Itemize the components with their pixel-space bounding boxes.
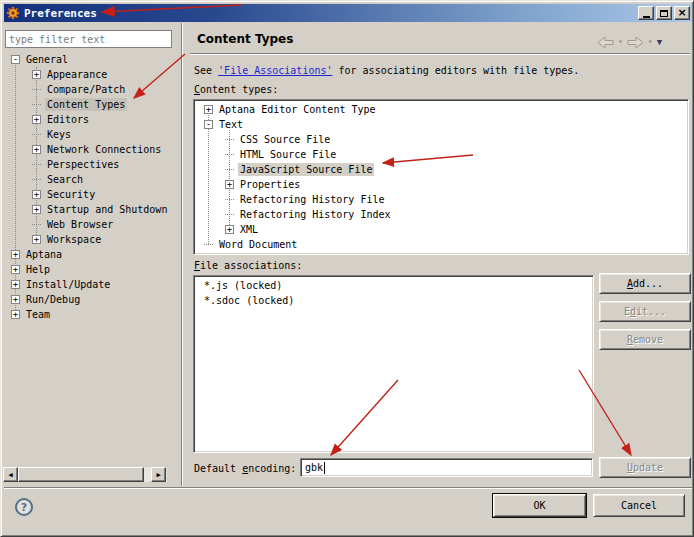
preference-nav-bar: ▾ ▾ ▼: [597, 34, 685, 50]
sidebar-tree-item[interactable]: + Install/Update: [3, 277, 179, 292]
add-button[interactable]: Add...: [599, 273, 691, 294]
default-encoding-label: Default encoding:: [194, 463, 296, 474]
cancel-button[interactable]: Cancel: [593, 494, 685, 517]
back-icon[interactable]: [597, 36, 614, 49]
sidebar-tree-item[interactable]: + Appearance: [3, 67, 179, 82]
sidebar-tree-item[interactable]: + Run/Debug: [3, 292, 179, 307]
expand-toggle-icon[interactable]: +: [32, 235, 41, 244]
sidebar-horizontal-scrollbar[interactable]: ◀ ▶: [3, 467, 167, 482]
ok-button[interactable]: OK: [493, 494, 586, 517]
scroll-right-button[interactable]: ▶: [151, 467, 166, 482]
help-button[interactable]: ?: [15, 498, 33, 516]
update-button[interactable]: Update: [599, 457, 691, 478]
expand-toggle-icon[interactable]: +: [11, 310, 20, 319]
edit-button[interactable]: Edit...: [599, 301, 691, 322]
sidebar-tree-item[interactable]: + Editors: [3, 112, 179, 127]
default-encoding-input[interactable]: gbk: [300, 458, 593, 477]
sidebar-tree-item[interactable]: Compare/Patch: [3, 82, 179, 97]
forward-menu-chevron-icon[interactable]: ▾: [648, 38, 653, 46]
sidebar-tree-item-label: Editors: [45, 113, 91, 126]
expand-toggle-icon[interactable]: +: [11, 250, 20, 259]
sidebar-tree-item[interactable]: Keys: [3, 127, 179, 142]
expand-toggle-icon[interactable]: [32, 179, 41, 180]
file-association-item[interactable]: *.sdoc (locked): [196, 293, 591, 308]
content-type-item[interactable]: + Properties: [196, 177, 686, 192]
content-types-tree-box[interactable]: + Aptana Editor Content Type - Text CSS …: [193, 99, 689, 255]
expand-toggle-icon[interactable]: [204, 244, 213, 245]
content-type-item[interactable]: Refactoring History Index: [196, 207, 686, 222]
sidebar-tree-item[interactable]: - General: [3, 52, 179, 67]
back-menu-chevron-icon[interactable]: ▾: [618, 38, 623, 46]
sidebar-tree-item-label: Content Types: [45, 98, 127, 111]
expand-toggle-icon[interactable]: +: [32, 145, 41, 154]
sidebar-tree-item-label: Startup and Shutdown: [45, 203, 169, 216]
content-type-item-label: Refactoring History File: [238, 193, 387, 206]
expand-toggle-icon[interactable]: [32, 134, 41, 135]
content-type-item[interactable]: Refactoring History File: [196, 192, 686, 207]
encoding-value: gbk: [305, 462, 323, 473]
sidebar-tree-item[interactable]: Perspectives: [3, 157, 179, 172]
expand-toggle-icon[interactable]: +: [32, 115, 41, 124]
expand-toggle-icon[interactable]: [225, 214, 234, 215]
expand-toggle-icon[interactable]: [225, 154, 234, 155]
expand-toggle-icon[interactable]: [32, 164, 41, 165]
scroll-left-button[interactable]: ◀: [3, 467, 18, 482]
forward-icon[interactable]: [627, 36, 644, 49]
sidebar-tree-item[interactable]: + Workspace: [3, 232, 179, 247]
maximize-icon: [660, 10, 668, 17]
view-menu-icon[interactable]: ▼: [657, 38, 662, 47]
sidebar-tree-item[interactable]: + Help: [3, 262, 179, 277]
sidebar-tree-item-label: Perspectives: [45, 158, 121, 171]
note-text: See: [194, 65, 218, 76]
expand-toggle-icon[interactable]: +: [32, 190, 41, 199]
expand-toggle-icon[interactable]: [225, 199, 234, 200]
file-associations-list-box[interactable]: *.js (locked) *.sdoc (locked): [193, 275, 594, 453]
expand-toggle-icon[interactable]: +: [204, 105, 213, 114]
sidebar-tree-item[interactable]: Search: [3, 172, 179, 187]
sidebar-tree-item-label: Network Connections: [45, 143, 163, 156]
sidebar-tree-item[interactable]: + Startup and Shutdown: [3, 202, 179, 217]
expand-toggle-icon[interactable]: [225, 169, 234, 170]
content-type-item[interactable]: + Aptana Editor Content Type: [196, 102, 686, 117]
content-type-item[interactable]: + XML: [196, 222, 686, 237]
sidebar-tree-item-label: Install/Update: [24, 278, 112, 291]
sidebar-tree-item[interactable]: + Team: [3, 307, 179, 322]
minimize-button[interactable]: [638, 6, 654, 20]
expand-toggle-icon[interactable]: [32, 224, 41, 225]
expand-toggle-icon[interactable]: [32, 104, 41, 105]
expand-toggle-icon[interactable]: +: [225, 225, 234, 234]
expand-toggle-icon[interactable]: +: [32, 70, 41, 79]
sidebar-tree-item[interactable]: + Security: [3, 187, 179, 202]
sidebar-tree-item[interactable]: Content Types: [3, 97, 179, 112]
sidebar-tree-item[interactable]: Web Browser: [3, 217, 179, 232]
maximize-button[interactable]: [656, 6, 672, 20]
expand-toggle-icon[interactable]: +: [11, 295, 20, 304]
content-type-item-label: Aptana Editor Content Type: [217, 103, 378, 116]
content-types-label: Content types:: [194, 84, 278, 95]
content-type-item[interactable]: JavaScript Source File: [196, 162, 686, 177]
file-association-item[interactable]: *.js (locked): [196, 278, 591, 293]
expand-toggle-icon[interactable]: -: [11, 55, 20, 64]
sidebar-tree-item-label: Appearance: [45, 68, 109, 81]
page-title: Content Types: [197, 32, 293, 46]
content-type-item[interactable]: - Text: [196, 117, 686, 132]
remove-button[interactable]: Remove: [599, 329, 691, 350]
file-associations-link[interactable]: 'File Associations': [218, 65, 332, 76]
expand-toggle-icon[interactable]: +: [11, 280, 20, 289]
expand-toggle-icon[interactable]: -: [204, 120, 213, 129]
scrollbar-thumb[interactable]: [18, 467, 144, 482]
expand-toggle-icon[interactable]: [32, 89, 41, 90]
sidebar-tree-item[interactable]: + Network Connections: [3, 142, 179, 157]
filter-input[interactable]: [5, 30, 172, 48]
content-type-item[interactable]: HTML Source File: [196, 147, 686, 162]
expand-toggle-icon[interactable]: [225, 139, 234, 140]
content-type-item-label: Refactoring History Index: [238, 208, 393, 221]
content-type-item[interactable]: Word Document: [196, 237, 686, 252]
expand-toggle-icon[interactable]: +: [11, 265, 20, 274]
expand-toggle-icon[interactable]: +: [225, 180, 234, 189]
expand-toggle-icon[interactable]: +: [32, 205, 41, 214]
content-type-item[interactable]: CSS Source File: [196, 132, 686, 147]
sidebar-tree-item-label: Web Browser: [45, 218, 115, 231]
close-button[interactable]: ×: [674, 6, 690, 20]
sidebar-tree-item[interactable]: + Aptana: [3, 247, 179, 262]
